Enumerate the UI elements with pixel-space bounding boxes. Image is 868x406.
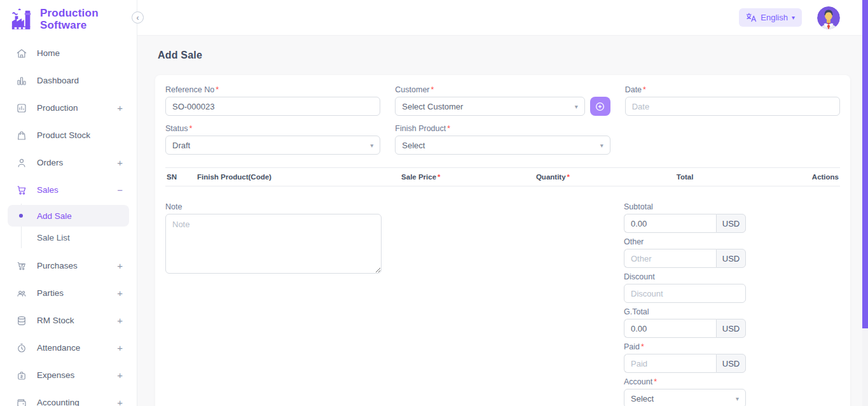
discount-field-group: Discount	[624, 272, 746, 303]
production-icon	[15, 102, 28, 115]
collapse-minus-icon[interactable]: −	[117, 185, 123, 195]
chevron-down-icon: ▾	[600, 142, 603, 149]
customer-row: Select Customer ▾	[395, 97, 610, 116]
other-label: Other	[624, 237, 746, 246]
expand-plus-icon[interactable]: +	[117, 397, 123, 406]
required-asterisk: *	[189, 124, 192, 133]
sidebar-item-parties[interactable]: Parties +	[0, 279, 137, 307]
chevron-down-icon: ▾	[736, 395, 739, 402]
account-label: Account*	[624, 377, 746, 386]
sidebar-item-label: Product Stock	[37, 130, 123, 140]
sale-form: Reference No* Customer* Select Customer …	[165, 85, 840, 155]
required-asterisk: *	[654, 377, 657, 386]
sidebar-item-label: Sales	[37, 185, 108, 195]
sidebar-item-label: Dashboard	[37, 76, 123, 85]
sale-items-table-header: SN Finish Product(Code) Sale Price* Quan…	[165, 167, 840, 186]
sidebar-subitem-add-sale[interactable]: Add Sale	[8, 205, 129, 227]
sidebar-item-product-stock[interactable]: Product Stock	[0, 122, 137, 149]
col-header-sn: SN	[165, 173, 196, 181]
paid-input[interactable]	[624, 354, 716, 373]
required-asterisk: *	[641, 342, 644, 351]
language-selector-button[interactable]: English ▾	[739, 8, 802, 27]
col-header-actions: Actions	[751, 173, 840, 181]
other-input-group: USD	[624, 249, 746, 268]
sidebar-item-home[interactable]: Home	[0, 39, 137, 67]
customer-select[interactable]: Select Customer ▾	[395, 97, 584, 116]
currency-addon: USD	[716, 214, 746, 233]
account-select[interactable]: Select ▾	[624, 389, 746, 406]
add-sale-card: Reference No* Customer* Select Customer …	[155, 75, 850, 406]
plus-circle-icon	[595, 101, 605, 112]
discount-input[interactable]	[624, 284, 746, 303]
other-input[interactable]	[624, 249, 716, 268]
expand-plus-icon[interactable]: +	[117, 315, 123, 326]
sidebar-item-accounting[interactable]: Accounting +	[0, 389, 137, 406]
paid-input-group: USD	[624, 354, 746, 373]
home-icon	[15, 47, 28, 60]
orders-icon	[15, 157, 28, 169]
currency-addon: USD	[716, 249, 746, 268]
sidebar-item-dashboard[interactable]: Dashboard	[0, 67, 137, 94]
brand-logo[interactable]: Production Software	[0, 0, 137, 37]
page-scrollbar[interactable]	[862, 0, 868, 406]
other-field-group: Other USD	[624, 237, 746, 268]
main-content: Add Sale Reference No* Customer* Select	[137, 36, 868, 406]
scrollbar-thumb[interactable]	[862, 0, 868, 328]
date-input[interactable]	[625, 97, 840, 116]
sidebar-item-expenses[interactable]: Expenses +	[0, 361, 137, 389]
attendance-clock-icon	[15, 342, 28, 354]
chevron-down-icon: ▾	[370, 142, 373, 149]
reference-label: Reference No*	[165, 85, 380, 94]
reference-field-group: Reference No*	[165, 85, 380, 116]
expand-plus-icon[interactable]: +	[117, 370, 123, 381]
expand-plus-icon[interactable]: +	[117, 157, 123, 168]
sidebar-item-label: Purchases	[37, 261, 108, 270]
expand-plus-icon[interactable]: +	[117, 102, 123, 113]
sidebar-subitem-label: Add Sale	[37, 211, 72, 221]
accounting-wallet-icon	[15, 396, 28, 406]
sidebar-item-attendance[interactable]: Attendance +	[0, 334, 137, 361]
sidebar-item-rm-stock[interactable]: RM Stock +	[0, 307, 137, 334]
sidebar-item-label: Home	[37, 48, 123, 58]
sidebar-item-sales[interactable]: Sales −	[0, 176, 137, 204]
required-asterisk: *	[447, 124, 450, 133]
sidebar-item-production[interactable]: Production +	[0, 94, 137, 122]
user-avatar[interactable]	[817, 6, 840, 29]
chevron-down-icon: ▾	[792, 14, 795, 21]
col-header-finish-product: Finish Product(Code)	[196, 173, 355, 181]
active-bullet-icon	[19, 214, 23, 218]
subtotal-field-group: Subtotal USD	[624, 202, 746, 233]
sidebar-item-purchases[interactable]: Purchases +	[0, 252, 137, 279]
app-screen: Production Software Home Dashboard	[0, 0, 868, 406]
customer-label: Customer*	[395, 85, 610, 94]
finish-product-field-group: Finish Product* Select ▾	[395, 124, 610, 155]
customer-field-group: Customer* Select Customer ▾	[395, 85, 610, 116]
sidebar-collapse-button[interactable]: ‹	[132, 11, 144, 24]
status-select[interactable]: Draft ▾	[165, 136, 380, 155]
brand-line1: Production	[40, 7, 99, 19]
sidebar-nav: Home Dashboard Production + Product	[0, 37, 137, 406]
finish-product-select[interactable]: Select ▾	[395, 136, 610, 155]
add-customer-button[interactable]	[590, 97, 610, 116]
sidebar-item-orders[interactable]: Orders +	[0, 149, 137, 176]
status-label: Status*	[165, 124, 380, 133]
purchases-cart-icon	[15, 260, 28, 272]
note-and-totals-row: Note Subtotal USD Other	[165, 202, 840, 406]
subtotal-input-group: USD	[624, 214, 746, 233]
sidebar-item-label: Attendance	[37, 343, 108, 353]
subtotal-label: Subtotal	[624, 202, 746, 211]
account-field-group: Account* Select ▾	[624, 377, 746, 406]
reference-input[interactable]	[165, 97, 380, 116]
date-label: Date*	[625, 85, 840, 94]
col-header-quantity: Quantity*	[487, 173, 619, 181]
sidebar-subitem-sale-list[interactable]: Sale List	[8, 227, 129, 248]
brand-name: Production Software	[40, 7, 99, 31]
subtotal-input[interactable]	[624, 214, 716, 233]
gtotal-input[interactable]	[624, 319, 716, 338]
expand-plus-icon[interactable]: +	[117, 342, 123, 353]
note-textarea[interactable]	[165, 214, 382, 274]
sidebar-item-label: Orders	[37, 158, 108, 167]
expand-plus-icon[interactable]: +	[117, 288, 123, 298]
expand-plus-icon[interactable]: +	[117, 260, 123, 271]
sidebar-item-label: Accounting	[37, 398, 108, 406]
